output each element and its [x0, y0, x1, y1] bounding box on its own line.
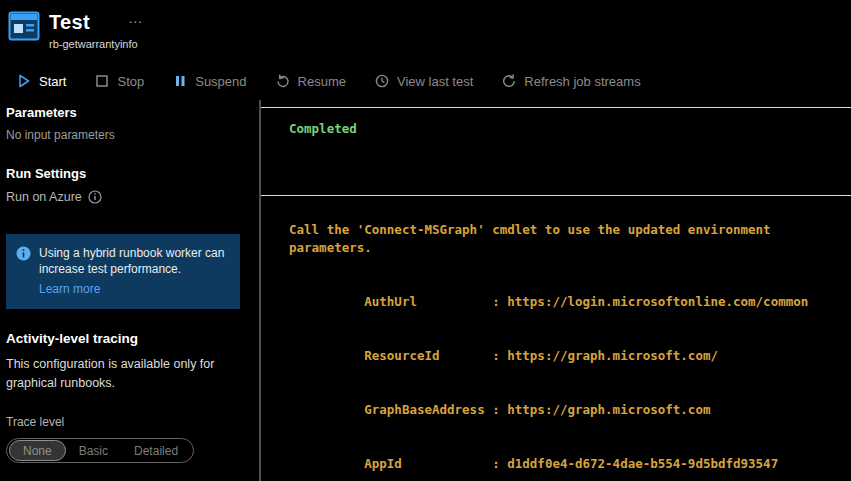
resume-icon: [275, 73, 291, 89]
run-settings-heading: Run Settings: [6, 166, 247, 181]
stream-entry: ResourceIdhttps://graph.microsoft.com/: [289, 329, 843, 383]
job-status-section: Completed: [261, 108, 851, 196]
start-button[interactable]: Start: [16, 73, 66, 89]
page-header: Test … rb-getwarrantyinfo: [0, 0, 851, 62]
settings-panel: Parameters No input parameters Run Setti…: [0, 100, 261, 481]
more-actions-button[interactable]: …: [128, 10, 144, 26]
run-on-azure-row: Run on Azure: [6, 190, 247, 204]
run-on-azure-label: Run on Azure: [6, 190, 82, 204]
hybrid-worker-info-box: Using a hybrid runbook worker can increa…: [6, 234, 240, 309]
refresh-icon: [501, 73, 517, 89]
refresh-job-streams-label: Refresh job streams: [524, 74, 640, 89]
history-icon: [374, 73, 390, 89]
play-icon: [16, 73, 32, 89]
output-pane: Completed Call the 'Connect-MSGraph' cmd…: [261, 100, 851, 481]
refresh-job-streams-button[interactable]: Refresh job streams: [501, 73, 640, 89]
parameters-empty-text: No input parameters: [6, 128, 247, 142]
trace-option-basic[interactable]: Basic: [66, 440, 121, 461]
resume-button[interactable]: Resume: [275, 73, 346, 89]
parameters-heading: Parameters: [6, 105, 247, 120]
pause-icon: [172, 73, 188, 89]
start-button-label: Start: [39, 74, 66, 89]
trace-level-toggle: None Basic Detailed: [6, 438, 194, 463]
info-icon[interactable]: [88, 190, 102, 204]
info-box-text: Using a hybrid runbook worker can increa…: [39, 245, 228, 297]
stop-icon: [94, 73, 110, 89]
trace-level-label: Trace level: [6, 415, 247, 429]
title-block: Test … rb-getwarrantyinfo: [49, 10, 144, 50]
trace-option-none[interactable]: None: [9, 440, 66, 461]
page-title: Test: [49, 10, 90, 34]
stop-button[interactable]: Stop: [94, 73, 144, 89]
activity-tracing-heading: Activity-level tracing: [6, 331, 247, 346]
suspend-button[interactable]: Suspend: [172, 73, 246, 89]
stream-entry: AuthUrlhttps://login.microsoftonline.com…: [289, 275, 843, 329]
stream-entry: AppIdd1ddf0e4-d672-4dae-b554-9d5bdfd9354…: [289, 437, 843, 481]
test-blade-icon: [8, 10, 40, 42]
job-status-text: Completed: [289, 121, 357, 136]
view-last-test-button[interactable]: View last test: [374, 73, 473, 89]
suspend-button-label: Suspend: [195, 74, 246, 89]
job-stream-section: Call the 'Connect-MSGraph' cmdlet to use…: [261, 196, 851, 481]
stream-entry: GraphBaseAddresshttps://graph.microsoft.…: [289, 383, 843, 437]
resume-button-label: Resume: [298, 74, 346, 89]
command-bar: Start Stop Suspend Resume View last test…: [0, 62, 851, 100]
runbook-name: rb-getwarrantyinfo: [49, 38, 144, 50]
stop-button-label: Stop: [117, 74, 144, 89]
info-box-message: Using a hybrid runbook worker can increa…: [39, 246, 224, 276]
trace-option-detailed[interactable]: Detailed: [121, 440, 191, 461]
view-last-test-label: View last test: [397, 74, 473, 89]
main-area: Parameters No input parameters Run Setti…: [0, 100, 851, 481]
info-filled-icon: [16, 246, 31, 261]
activity-tracing-description: This configuration is available only for…: [6, 355, 236, 393]
stream-message: Call the 'Connect-MSGraph' cmdlet to use…: [289, 221, 843, 257]
job-output-console: Completed Call the 'Connect-MSGraph' cmd…: [261, 107, 851, 481]
learn-more-link[interactable]: Learn more: [39, 281, 100, 297]
